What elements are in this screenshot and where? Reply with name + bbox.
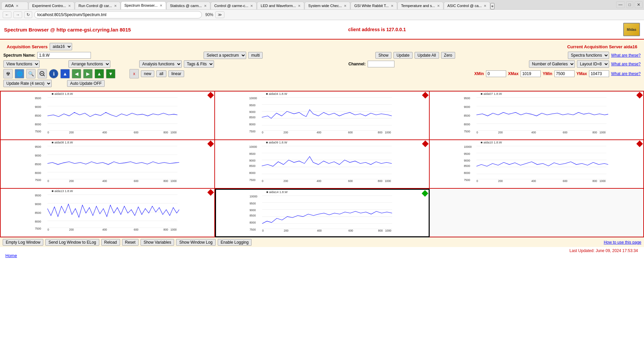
tab-system[interactable]: System wide Chec... ✕ bbox=[305, 2, 350, 9]
ymax-input[interactable] bbox=[589, 70, 609, 77]
auto-update-button[interactable]: Auto Update OFF bbox=[67, 80, 105, 87]
svg-text:■ aida10 1.8.W: ■ aida10 1.8.W bbox=[481, 141, 502, 144]
forward-button[interactable]: → bbox=[13, 11, 22, 18]
xmin-input[interactable] bbox=[486, 70, 506, 77]
address-input[interactable] bbox=[34, 11, 202, 18]
arrow-right-button[interactable]: ▶ bbox=[83, 69, 93, 78]
all-button[interactable]: all bbox=[156, 70, 166, 77]
update-all-button[interactable]: Update All bbox=[415, 52, 439, 59]
send-log-window-button[interactable]: Send Log Window to ELog bbox=[45, 239, 99, 246]
svg-text:9000: 9000 bbox=[35, 105, 41, 109]
view-functions-dropdown[interactable]: View functions bbox=[3, 60, 40, 68]
cancel-button[interactable]: x bbox=[129, 69, 139, 78]
zero-button[interactable]: Zero bbox=[441, 52, 455, 59]
reload-button-status[interactable]: Reload bbox=[101, 239, 120, 246]
show-button[interactable]: Show bbox=[375, 52, 391, 59]
how-to-use-button[interactable]: How to use this page bbox=[604, 240, 641, 245]
chart-cell-empty bbox=[430, 189, 644, 237]
tab-close-asic[interactable]: ✕ bbox=[484, 4, 486, 8]
tab-control[interactable]: Control @ carme-c... ✕ bbox=[211, 2, 257, 9]
tab-close-temp[interactable]: ✕ bbox=[437, 4, 440, 8]
tab-aida[interactable]: AIDA ✕ bbox=[1, 2, 28, 9]
arrange-functions-dropdown[interactable]: Arrange functions bbox=[68, 60, 110, 68]
show-window-log-button[interactable]: Show Window Log bbox=[176, 239, 215, 246]
tab-led[interactable]: LED and Waveform... ✕ bbox=[257, 2, 304, 9]
acq-servers-label: Acquisition Servers bbox=[7, 44, 48, 49]
svg-text:9500: 9500 bbox=[249, 152, 256, 156]
svg-text:600: 600 bbox=[348, 131, 353, 134]
linear-button[interactable]: linear bbox=[168, 70, 184, 77]
layout-id-dropdown[interactable]: Layout ID=8 bbox=[577, 60, 609, 68]
tab-close-run[interactable]: ✕ bbox=[114, 4, 117, 8]
tab-close-aida[interactable]: ✕ bbox=[16, 4, 18, 8]
svg-text:9000: 9000 bbox=[249, 159, 256, 163]
what-these-2-button[interactable]: What are these? bbox=[611, 62, 641, 66]
chart-cell-aida08[interactable]: ■ aida08 1.8.W 9500 9000 8500 8000 7500 … bbox=[1, 140, 215, 189]
home-link[interactable]: Home bbox=[3, 252, 20, 259]
zoom-in-icon-button[interactable]: 🔍 bbox=[26, 69, 36, 78]
radiation-icon-button[interactable]: ☢ bbox=[3, 69, 13, 78]
tab-close-ctrl[interactable]: ✕ bbox=[250, 4, 253, 8]
info-icon-button[interactable]: ℹ bbox=[49, 69, 58, 78]
new-tab-button[interactable]: + bbox=[490, 3, 494, 9]
arrow-up-button[interactable]: ▲ bbox=[95, 69, 104, 78]
what-these-1-button[interactable]: What are these? bbox=[611, 53, 641, 58]
tab-spectrum-browser[interactable]: Spectrum Browser... ✕ bbox=[121, 1, 166, 9]
tab-statistics[interactable]: Statistics @ carm... ✕ bbox=[166, 2, 210, 9]
enable-logging-button[interactable]: Enable Logging bbox=[218, 239, 252, 246]
chart-cell-aida09[interactable]: ■ aida09 1.8.W 10000 9500 9000 8500 8000… bbox=[215, 140, 429, 189]
xmax-input[interactable] bbox=[521, 70, 541, 77]
tab-close-gsi[interactable]: ✕ bbox=[391, 4, 393, 8]
tab-close-stat[interactable]: ✕ bbox=[204, 4, 207, 8]
svg-text:■ aida04 1.8.W: ■ aida04 1.8.W bbox=[266, 92, 287, 96]
tab-gsi[interactable]: GSI White Rabbit T... ✕ bbox=[351, 2, 397, 9]
chart-cell-aida04[interactable]: ■ aida04 1.8.W 10000 9500 9000 8500 8000… bbox=[215, 92, 429, 140]
arrow-left-button[interactable]: ◀ bbox=[72, 69, 81, 78]
chart-cell-aida10[interactable]: ■ aida10 1.8.W 10000 9500 9000 8500 8000… bbox=[430, 140, 644, 189]
back-button[interactable]: ← bbox=[3, 11, 11, 18]
num-galleries-dropdown[interactable]: Number of Galleries bbox=[529, 60, 575, 68]
arrow-down-button[interactable]: ▼ bbox=[106, 69, 115, 78]
tab-asic[interactable]: ASIC Control @ ca... ✕ bbox=[444, 2, 490, 9]
svg-text:■ aida08 1.8.W: ■ aida08 1.8.W bbox=[52, 141, 73, 144]
empty-log-window-button[interactable]: Empty Log Window bbox=[3, 239, 43, 246]
update-button[interactable]: Update bbox=[393, 52, 413, 59]
tags-fits-dropdown[interactable]: Tags & Fits bbox=[184, 60, 214, 68]
chart-cell-aida07[interactable]: ■ aida07 1.8.W 9500 9000 8500 8000 7500 … bbox=[430, 92, 644, 140]
tab-close-led[interactable]: ✕ bbox=[298, 4, 301, 8]
multi-button[interactable]: multi bbox=[248, 52, 263, 59]
extensions-button[interactable]: ≫ bbox=[215, 11, 224, 18]
spectra-functions-dropdown[interactable]: Spectra functions bbox=[568, 52, 609, 59]
new-button[interactable]: new bbox=[141, 70, 154, 77]
tab-run-control[interactable]: Run Control @ car... ✕ bbox=[75, 2, 120, 9]
close-button[interactable]: ✕ bbox=[635, 1, 643, 8]
tab-close-sys[interactable]: ✕ bbox=[344, 4, 346, 8]
globe-icon-button[interactable]: 🌐 bbox=[15, 69, 24, 78]
chart-cell-aida13[interactable]: ■ aida13 1.8.W 9500 9000 8500 8000 7500 … bbox=[1, 189, 215, 237]
svg-text:600: 600 bbox=[134, 228, 139, 231]
svg-text:600: 600 bbox=[348, 179, 353, 183]
blue-arrow-icon-button[interactable]: ▲ bbox=[60, 69, 70, 78]
what-these-3-button[interactable]: What are these? bbox=[611, 71, 641, 76]
tab-close-spec[interactable]: ✕ bbox=[160, 4, 162, 7]
maximize-button[interactable]: □ bbox=[626, 1, 633, 8]
minimize-button[interactable]: — bbox=[616, 1, 625, 8]
acq-server-dropdown[interactable]: aida16 bbox=[50, 43, 72, 50]
update-rate-dropdown[interactable]: Update Rate (4 secs) bbox=[3, 80, 52, 87]
zoom-out-icon-button[interactable] bbox=[38, 69, 47, 78]
ymin-input[interactable] bbox=[554, 70, 575, 77]
chart-cell-aida03[interactable]: ■ aida03 1.8.W 9500 9000 8500 8000 7500 … bbox=[1, 92, 215, 140]
tab-close-exp[interactable]: ✕ bbox=[68, 4, 71, 8]
reload-button[interactable]: ↻ bbox=[24, 11, 32, 18]
show-variables-button[interactable]: Show Variables bbox=[141, 239, 174, 246]
chart-cell-aida14[interactable]: ■ aida14 1.8.W 10000 9500 9000 8500 8000… bbox=[215, 189, 429, 237]
tab-temp[interactable]: Temperature and s... ✕ bbox=[397, 2, 443, 9]
controls-area: Acquisition Servers aida16 Current Acqui… bbox=[0, 40, 644, 91]
spectrum-name-input[interactable] bbox=[37, 52, 91, 59]
tab-experiment[interactable]: Experiment Contro... ✕ bbox=[29, 2, 74, 9]
select-spectrum-dropdown[interactable]: Select a spectrum bbox=[204, 52, 246, 59]
channel-input[interactable] bbox=[368, 61, 394, 67]
reset-button[interactable]: Reset bbox=[122, 239, 139, 246]
svg-text:400: 400 bbox=[531, 131, 536, 134]
analysis-functions-dropdown[interactable]: Analysis functions bbox=[139, 60, 182, 68]
